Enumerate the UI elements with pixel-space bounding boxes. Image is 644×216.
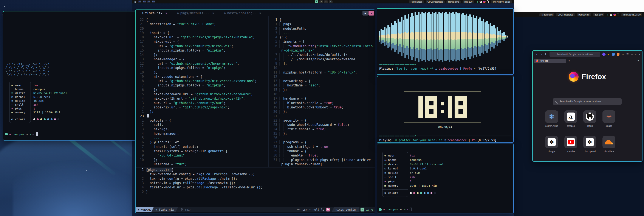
close-buffer-icon[interactable]: × [212, 12, 214, 15]
speed-dial-search-nixos[interactable]: ❄search.nixos [545, 110, 558, 127]
buffer-tab-pkgs-default-[interactable]: ❄pkgs/default...× [177, 11, 214, 15]
workspace-4[interactable]: 4 [329, 1, 332, 3]
forward-button[interactable]: › [539, 53, 544, 56]
new-tab-button[interactable]: + [568, 59, 570, 62]
editor-pane-flake-nix[interactable]: 22{21 description = "tux's NixOS Flake";… [136, 18, 268, 166]
kernel-icon: ▢ [12, 95, 15, 99]
code-segment: "nixpkgs" [206, 49, 224, 52]
network-icon[interactable]: ♣ [607, 14, 609, 16]
color-profile-icon[interactable] [614, 14, 616, 16]
shell-prompt[interactable]: → canopus ~ ››› [5, 132, 38, 136]
color-profile-icon[interactable] [483, 1, 486, 3]
workspace-3[interactable]: 3 [324, 1, 328, 3]
tabline-toggle-button[interactable]: ● [362, 11, 368, 16]
status-pill[interactable]: P: Balanced [409, 1, 424, 3]
extension-icon-2[interactable]: ◗ [607, 53, 610, 56]
color-dot [417, 192, 419, 194]
tabline-close-button[interactable]: × [368, 11, 374, 16]
phone-icon[interactable] [617, 14, 619, 16]
right-monitor-top-strip [514, 0, 644, 12]
close-button[interactable]: × [639, 53, 640, 56]
speed-dial-claude[interactable]: ✳claude [602, 110, 615, 127]
line-text: }; [146, 88, 158, 92]
indent-guides [146, 185, 150, 189]
extension-icon-1[interactable] [602, 52, 606, 56]
tab-list-chevron-icon[interactable]: ∨ [637, 59, 639, 62]
window-separator-vertical[interactable] [268, 16, 269, 167]
cava-bar [510, 37, 512, 37]
buffer-tab-hosts-isoImag-[interactable]: ❄hosts/isoImag..× [224, 11, 261, 15]
line-number: 21 [269, 114, 277, 118]
code-segment: nixos-wsl = { [154, 40, 179, 44]
code-segment: bluetooth.enable = [287, 101, 324, 105]
url-bar[interactable]: Search with Google or enter address [550, 52, 600, 57]
cava-bar [418, 12, 420, 62]
taskbar-app-icon-1[interactable]: SW [138, 1, 142, 3]
cava-bar [498, 31, 500, 43]
search-input[interactable]: Search with Google or enter address [553, 98, 622, 105]
status-pill[interactable]: P: Balanced [539, 13, 554, 16]
launcher-grid-icon[interactable]: ▦ [134, 1, 137, 3]
extension-icon-4[interactable] [617, 53, 620, 56]
phone-icon[interactable] [487, 1, 488, 3]
reload-button[interactable]: ↻ [544, 53, 549, 56]
taskbar-app-icon-2[interactable]: SW [143, 1, 146, 3]
fetch-label: pkgs [15, 107, 22, 111]
gear-icon: ⚙ [299, 208, 300, 210]
clock-pill[interactable]: Thu Aug 08, 18:18 [491, 1, 512, 3]
close-buffer-icon[interactable]: × [259, 12, 261, 15]
status-pill[interactable]: GPU: Integrated [426, 1, 445, 3]
kernel-icon: ▢ [384, 167, 388, 170]
clock-terminal[interactable]: 08/08/24 =====================> Playing:… [377, 76, 514, 143]
editor-pane-pkgs-default[interactable]: 1{pkgs, ...}: {1 tux-awesome-wm-config =… [136, 168, 374, 194]
music-visualizer-terminal[interactable]: =====================> Playing: ffee for… [377, 8, 514, 75]
taskbar-app-icon-4[interactable]: SW [152, 1, 155, 3]
minimize-button[interactable]: — [631, 53, 633, 56]
line-text: ../../modules/nixos/default.nix [280, 53, 348, 57]
status-pill[interactable]: Bat: 100 [462, 1, 474, 3]
speed-dial-github[interactable]: github [583, 110, 596, 127]
speed-dial-cloudflare[interactable]: cloudflare [602, 136, 615, 153]
fetch-label: kernel [15, 95, 25, 99]
memory-icon: ▦ [12, 111, 15, 114]
status-pill[interactable]: Home: 6ms [577, 13, 591, 16]
line-number: 3 [136, 181, 144, 185]
speed-dial-youtube[interactable]: youtube [564, 136, 577, 153]
taskbar-app-icon-3[interactable]: SW [147, 1, 150, 3]
editor-line: 10 }; [136, 70, 268, 75]
line-number: 10 [136, 70, 144, 75]
keyboard-layout-icon[interactable]: 0 [480, 1, 482, 3]
maximize-button[interactable]: □ [636, 53, 637, 56]
fastfetch-terminal-window-2[interactable]: ◉user☷hname❄distro▢kernel◔uptime▸shell❖p… [377, 144, 514, 213]
editor-pane-iso-image[interactable]: 1{1 pkgs,2 modulesPath,3 ...4}: {5 impor… [269, 18, 375, 166]
workspace-2[interactable]: 2 [320, 1, 323, 3]
fastfetch-terminal-window[interactable]: /\ \/ /()_ __/ /=\ \ /=/ / /\ \ / /\ \/ … [3, 11, 138, 141]
buffer-tab-flake-nix[interactable]: ❄flake.nix× [142, 11, 167, 15]
keyboard-layout-icon[interactable]: 0 [610, 14, 612, 16]
status-pill[interactable]: GPU: Integrated [556, 13, 575, 16]
speed-dial-amazon[interactable]: aamazon [564, 110, 577, 127]
back-button[interactable]: ‹ [534, 53, 539, 56]
workspace-1[interactable]: 1 [315, 1, 318, 3]
firefox-window[interactable]: ‹ › ↻ Search with Google or enter addres… [532, 50, 642, 162]
editor-line: n-cd-minimal.nix" [269, 48, 375, 53]
speed-dial-chat-openai[interactable]: ✻chat.openai [583, 136, 596, 153]
neovim-window[interactable]: ❄flake.nix×❄pkgs/default...×❄hosts/isoIm… [135, 10, 376, 213]
clock-pill[interactable]: Thu Aug 08, 18:39 [621, 13, 642, 16]
speed-dial-chatgpt[interactable]: ✻chatgpt [545, 136, 558, 153]
tab-new-tab[interactable]: New Tab [534, 59, 566, 63]
editor-line: plugin thunar-volman]; [269, 162, 375, 166]
clock-digit-8 [425, 96, 437, 118]
network-icon[interactable]: ♣ [477, 1, 478, 3]
status-pill[interactable]: Home: 8ms [446, 1, 461, 3]
code-segment: username = [154, 162, 175, 166]
close-buffer-icon[interactable]: × [166, 12, 167, 15]
window-separator-horizontal[interactable] [136, 167, 375, 167]
status-pill[interactable]: Bat: 100 [593, 13, 604, 16]
home-icon[interactable]: ⌂ [622, 53, 624, 56]
indent-guides [146, 75, 154, 79]
shell-prompt[interactable]: → canopus ~ ››› [379, 207, 412, 211]
menu-icon[interactable]: ☰ [626, 53, 629, 56]
editor-line: 1{ [269, 18, 375, 22]
extension-icon-3[interactable]: ✓ [612, 53, 615, 56]
